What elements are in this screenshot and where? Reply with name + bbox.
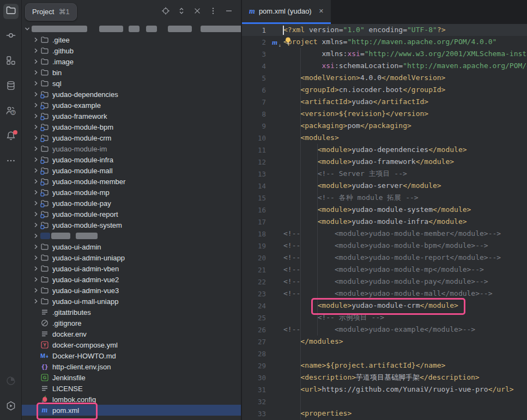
chevron-right-icon[interactable] [32, 253, 40, 262]
tree-item-yudao-example[interactable]: yudao-example [22, 100, 241, 111]
chevron-right-icon[interactable] [32, 57, 40, 66]
tree-item-yudao-dependencies[interactable]: yudao-dependencies [22, 89, 241, 100]
code-line-16[interactable]: 16 <module>yudao-module-system</module> [242, 204, 527, 216]
tree-item--github[interactable]: .github [22, 45, 241, 56]
tree-item-yudao-module-member[interactable]: yudao-module-member [22, 176, 241, 187]
code-line-21[interactable]: 21<!-- <module>yudao-module-mp</module>-… [242, 264, 527, 276]
tree-item--gitee[interactable]: .gitee [22, 34, 241, 45]
code-line-25[interactable]: 25 <!-- 示例项目 --> [242, 312, 527, 324]
code-line-5[interactable]: 5 <modelVersion>4.0.0</modelVersion> [242, 72, 527, 84]
chevron-right-icon[interactable] [32, 177, 40, 186]
activity-bar-notifications-button[interactable] [3, 129, 19, 144]
chevron-down-icon[interactable] [23, 25, 32, 33]
tree-item--gitattributes[interactable]: .gitattributes [22, 307, 241, 318]
tree-item--image[interactable]: .image [22, 56, 241, 67]
tree-item-lombok-config[interactable]: lombok.config [22, 394, 241, 405]
tab-pom-xml[interactable]: m pom.xml (yudao) ✕ [242, 0, 331, 24]
chevron-right-icon[interactable] [32, 264, 40, 273]
code-line-11[interactable]: 11 <module>yudao-dependencies</module> [242, 144, 527, 156]
tree-item-yudao-ui-admin-uniapp[interactable]: yudao-ui-admin-uniapp [22, 252, 241, 263]
code-line-10[interactable]: 10 <modules> [242, 132, 527, 144]
code-line-15[interactable]: 15 <!-- 各种 module 拓展 --> [242, 192, 527, 204]
chevron-right-icon[interactable] [32, 286, 40, 295]
chevron-right-icon[interactable] [32, 242, 40, 251]
chevron-right-icon[interactable] [32, 144, 40, 153]
chevron-right-icon[interactable] [32, 35, 40, 44]
code-line-33[interactable]: 33 <properties> [242, 407, 527, 419]
code-line-19[interactable]: 19<!-- <module>yudao-module-bpm</module>… [242, 240, 527, 252]
code-line-20[interactable]: 20<!-- <module>yudao-module-report</modu… [242, 252, 527, 264]
code-line-1[interactable]: 1<?xml version="1.0" encoding="UTF-8"?> [242, 24, 527, 36]
chevron-right-icon[interactable] [32, 232, 40, 240]
chevron-right-icon[interactable] [32, 46, 40, 55]
options-button[interactable] [208, 7, 219, 17]
chevron-right-icon[interactable] [32, 79, 40, 88]
code-line-27[interactable]: 27 </modules> [242, 336, 527, 348]
code-line-22[interactable]: 22<!-- <module>yudao-module-pay</module>… [242, 276, 527, 288]
code-line-30[interactable]: 30 <description>芋道项目基础脚手架</description> [242, 372, 527, 384]
chevron-right-icon[interactable] [32, 221, 40, 229]
tree-item-yudao-ui-admin-vue2[interactable]: yudao-ui-admin-vue2 [22, 274, 241, 285]
tree-item-bin[interactable]: bin [22, 67, 241, 78]
tree-item-readme-md[interactable]: MREADME.md [22, 416, 241, 420]
code-line-23[interactable]: 23<!-- <module>yudao-module-mall</module… [242, 288, 527, 300]
code-line-29[interactable]: 29 <name>${project.artifactId}</name> [242, 360, 527, 372]
locate-file-button[interactable] [160, 7, 171, 17]
chevron-right-icon[interactable] [32, 68, 40, 77]
tree-item-docker-howto-md[interactable]: MDocker-HOWTO.md [22, 350, 241, 361]
tree-item-yudao-module-crm[interactable]: yudao-module-crm [22, 132, 241, 143]
tree-item-yudao-module-pay[interactable]: yudao-module-pay [22, 198, 241, 209]
code-line-31[interactable]: 31 <url>https://github.com/YunaiV/ruoyi-… [242, 384, 527, 395]
activity-bar-structure-button[interactable] [3, 54, 19, 69]
code-line-4[interactable]: 4 xsi:schemaLocation="http://maven.apach… [242, 60, 527, 72]
code-line-28[interactable]: 28 [242, 348, 527, 360]
tree-item-license[interactable]: LICENSE [22, 383, 241, 394]
code-line-3[interactable]: 3 xmlns:xsi="http://www.w3.org/2001/XMLS… [242, 48, 527, 60]
code-line-17[interactable]: 17 <module>yudao-module-infra</module> [242, 216, 527, 228]
chevron-right-icon[interactable] [32, 90, 40, 99]
chevron-right-icon[interactable] [32, 275, 40, 284]
hide-button[interactable] [223, 7, 234, 17]
tree-item-yudao-module-mall[interactable]: yudao-module-mall [22, 165, 241, 176]
project-tab-button[interactable]: Project ⌘1 [25, 3, 77, 21]
tree-item-yudao-ui-mall-uniapp[interactable]: yudao-ui-mall-uniapp [22, 296, 241, 307]
chevron-right-icon[interactable] [32, 166, 40, 175]
tree-item-yudao-module-mp[interactable]: yudao-module-mp [22, 187, 241, 198]
code-line-24[interactable]: 24 <module>yudao-module-crm</module> [242, 300, 527, 312]
chevron-right-icon[interactable] [32, 199, 40, 208]
activity-bar-services-button[interactable] [3, 399, 19, 415]
code-line-14[interactable]: 14 <module>yudao-server</module> [242, 180, 527, 192]
code-line-13[interactable]: 13 <!-- Server 主项目 --> [242, 168, 527, 180]
chevron-right-icon[interactable] [32, 210, 40, 218]
tree-item-yudao-module-report[interactable]: yudao-module-report [22, 209, 241, 220]
code-line-26[interactable]: 26<!-- <module>yudao-example</module>--> [242, 324, 527, 336]
code-line-12[interactable]: 12 <module>yudao-framework</module> [242, 156, 527, 168]
tree-item-docker-compose-yml[interactable]: Ydocker-compose.yml [22, 339, 241, 350]
tree-item-redacted[interactable] [22, 23, 241, 34]
intention-bulb-icon[interactable] [284, 36, 292, 46]
tree-item-yudao-ui-admin-vue3[interactable]: yudao-ui-admin-vue3 [22, 285, 241, 296]
activity-bar-database-button[interactable] [3, 79, 19, 94]
chevron-right-icon[interactable] [32, 133, 40, 142]
tree-item-http-client-env-json[interactable]: {}http-client.env.json [22, 361, 241, 372]
code-area[interactable]: 1<?xml version="1.0" encoding="UTF-8"?>2… [242, 24, 527, 420]
code-line-32[interactable]: 32 [242, 395, 527, 407]
tree-item-yudao-module-infra[interactable]: yudao-module-infra [22, 154, 241, 165]
tree-item-jenkinsfile[interactable]: GJenkinsfile [22, 372, 241, 383]
close-tab-icon[interactable]: ✕ [319, 8, 324, 15]
activity-bar-help-community-button[interactable]: ? [3, 104, 19, 119]
collapse-all-button[interactable] [192, 7, 203, 17]
tree-item-pom-xml[interactable]: mpom.xml [22, 405, 241, 416]
chevron-right-icon[interactable] [32, 101, 40, 109]
chevron-right-icon[interactable] [32, 123, 40, 131]
tree-item-redacted[interactable] [22, 230, 241, 241]
tree-item-yudao-ui-admin-vben[interactable]: yudao-ui-admin-vben [22, 263, 241, 274]
code-line-18[interactable]: 18<!-- <module>yudao-module-member</modu… [242, 228, 527, 240]
tree-item-docker-env[interactable]: docker.env [22, 328, 241, 339]
tree-item-sql[interactable]: sql [22, 78, 241, 89]
code-line-7[interactable]: 7 <artifactId>yudao</artifactId> [242, 96, 527, 108]
tree-item--gitignore[interactable]: .gitignore [22, 318, 241, 328]
expand-all-button[interactable] [176, 7, 187, 17]
activity-bar-project-button[interactable] [3, 4, 19, 19]
tree-item-yudao-module-system[interactable]: yudao-module-system [22, 220, 241, 230]
